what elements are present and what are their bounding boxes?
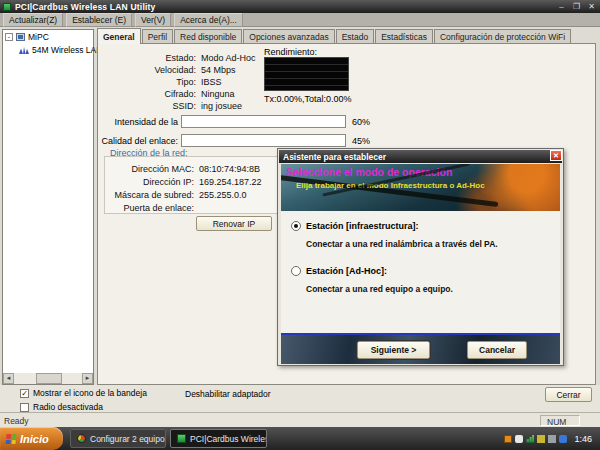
- tray-updates-icon[interactable]: [504, 435, 512, 443]
- estado-value: Modo Ad-Hoc: [201, 53, 256, 63]
- estado-label: Estado:: [98, 53, 196, 63]
- checkbox-unchecked-icon[interactable]: [20, 403, 29, 412]
- dialog-footer: Siguiente > Cancelar: [281, 333, 560, 364]
- dialog-title: Asistente para establecer: [279, 152, 386, 162]
- task1-label: Configurar 2 equipos ...: [90, 434, 166, 444]
- status-ready-text: Ready: [4, 416, 29, 426]
- adhoc-option-label: Estación [Ad-Hoc]:: [306, 266, 387, 276]
- subnet-value: 255.255.0.0: [199, 190, 247, 200]
- restore-button[interactable]: ❐: [570, 1, 583, 12]
- tab-proteccion-wifi[interactable]: Configuración de protección WiFi: [434, 29, 571, 44]
- tree-horizontal-scrollbar[interactable]: ◄ ►: [3, 373, 93, 384]
- task2-label: PCI|Cardbus Wireles...: [190, 434, 267, 444]
- link-quality-percent: 45%: [352, 136, 370, 146]
- scroll-left-icon[interactable]: ◄: [3, 373, 14, 384]
- subnet-label: Máscara de subred:: [98, 190, 194, 200]
- ssid-label: SSID:: [98, 101, 196, 111]
- start-button[interactable]: Inicio: [0, 427, 63, 450]
- tab-estado[interactable]: Estado: [336, 29, 374, 44]
- mac-value: 08:10:74:94:8B: [199, 164, 260, 174]
- radio-selected-icon[interactable]: [291, 221, 301, 231]
- app-titlebar: PCI|Cardbus Wireless LAN Utility – ❐ ✕: [0, 0, 600, 13]
- cifrado-label: Cifrado:: [98, 89, 196, 99]
- tab-general[interactable]: General: [97, 28, 141, 44]
- scroll-right-icon[interactable]: ►: [82, 373, 93, 384]
- tray-network-icon[interactable]: [559, 435, 567, 443]
- windows-logo-icon: [5, 434, 16, 444]
- tipo-label: Tipo:: [98, 77, 196, 87]
- dialog-body: Estación [infraestructura]: Conectar a u…: [281, 211, 560, 333]
- adhoc-option-desc: Conectar a una red equipo a equipo.: [306, 284, 453, 294]
- tree-expander-icon[interactable]: -: [5, 33, 13, 41]
- velocidad-value: 54 Mbps: [201, 65, 236, 75]
- link-quality-label: Calidad del enlace:: [98, 136, 178, 146]
- menu-ver[interactable]: Ver(V): [135, 13, 171, 27]
- tray-messenger-icon[interactable]: [515, 435, 523, 443]
- velocidad-label: Velocidad:: [98, 65, 196, 75]
- ip-label: Dirección IP:: [98, 177, 194, 187]
- tree-node-root[interactable]: - MiPC: [5, 32, 49, 42]
- start-button-label: Inicio: [20, 433, 49, 445]
- tray-signal-icon[interactable]: [526, 435, 534, 443]
- checkbox-checked-icon[interactable]: ✓: [20, 389, 29, 398]
- dialog-titlebar: Asistente para establecer: [279, 150, 562, 163]
- radio-off-checkbox-row[interactable]: Radio desactivada: [20, 402, 103, 412]
- link-quality-bar: [181, 134, 346, 147]
- dialog-close-button[interactable]: ✕: [550, 150, 562, 161]
- menu-bar: Actualizar(Z) Establecer (E) Ver(V) Acer…: [0, 13, 600, 27]
- close-window-button[interactable]: ✕: [585, 1, 598, 12]
- browser-icon: [77, 434, 86, 443]
- status-bar: Ready NUM: [0, 412, 600, 427]
- next-button[interactable]: Siguiente >: [357, 341, 430, 359]
- device-tree-panel: - MiPC 54M Wireless LAN Ne ◄ ►: [2, 29, 94, 385]
- menu-establecer[interactable]: Establecer (E): [66, 13, 132, 27]
- tray-icon-checkbox-row[interactable]: ✓ Mostrar el icono de la bandeja: [20, 388, 147, 398]
- cifrado-value: Ninguna: [201, 89, 235, 99]
- computer-icon: [16, 33, 25, 41]
- renew-ip-button[interactable]: Renovar IP: [196, 216, 272, 231]
- mac-label: Dirección MAC:: [98, 164, 194, 174]
- menu-acerca-de[interactable]: Acerca de(A)...: [174, 13, 243, 27]
- tab-red-disponible[interactable]: Red disponible: [174, 29, 242, 44]
- cancel-button[interactable]: Cancelar: [467, 341, 527, 359]
- signal-strength-label: Intensidad de la: [98, 117, 178, 127]
- gateway-label: Puerta de enlace:: [98, 203, 194, 213]
- signal-strength-bar: [181, 115, 346, 128]
- minimize-button[interactable]: –: [555, 1, 568, 12]
- tab-perfil[interactable]: Perfil: [142, 29, 173, 44]
- menu-actualizar[interactable]: Actualizar(Z): [3, 13, 63, 27]
- radio-checkbox-label: Radio desactivada: [33, 402, 103, 412]
- infrastructure-option-desc: Conectar a una red inalámbrica a través …: [306, 239, 498, 249]
- tab-opciones-avanzadas[interactable]: Opciones avanzadas: [243, 29, 334, 44]
- cerrar-button[interactable]: Cerrar: [545, 387, 592, 402]
- scroll-track[interactable]: [14, 373, 82, 384]
- tray-checkbox-label: Mostrar el icono de la bandeja: [33, 388, 147, 398]
- wireless-adapter-icon: [19, 46, 29, 54]
- tab-strip: General Perfil Red disponible Opciones a…: [97, 29, 572, 44]
- infrastructure-option[interactable]: Estación [infraestructura]:: [291, 221, 419, 231]
- dialog-banner-title: Seleccione el modo de operación: [286, 166, 452, 178]
- disable-adapter-label[interactable]: Deshabilitar adaptador: [185, 389, 271, 399]
- scroll-thumb[interactable]: [36, 373, 62, 384]
- signal-strength-percent: 60%: [352, 117, 370, 127]
- wlan-utility-icon: [177, 434, 186, 443]
- tipo-value: IBSS: [201, 77, 222, 87]
- desktop: PCI|Cardbus Wireless LAN Utility – ❐ ✕ A…: [0, 0, 600, 450]
- app-icon: [3, 3, 11, 11]
- adhoc-option[interactable]: Estación [Ad-Hoc]:: [291, 266, 387, 276]
- dialog-banner-subtitle: Elija trabajar en el modo Infraestructur…: [296, 181, 485, 190]
- bottom-strip: ✓ Mostrar el icono de la bandeja Radio d…: [0, 385, 600, 412]
- throughput-stats: Tx:0.00%,Total:0.00%: [264, 94, 352, 104]
- dialog-banner-image: Seleccione el modo de operación Elija tr…: [281, 164, 560, 211]
- ip-value: 169.254.187.22: [199, 177, 262, 187]
- tray-display-icon[interactable]: [548, 435, 556, 443]
- taskbar-task-configurar[interactable]: Configurar 2 equipos ...: [70, 429, 166, 448]
- radio-unselected-icon[interactable]: [291, 266, 301, 276]
- tray-volume-icon[interactable]: [537, 435, 545, 443]
- system-tray: 1:46: [504, 427, 600, 450]
- taskbar-task-pcicardbus[interactable]: PCI|Cardbus Wireles...: [170, 429, 267, 448]
- tab-estadisticas[interactable]: Estadísticas: [375, 29, 433, 44]
- rendimiento-label: Rendimiento:: [264, 47, 317, 57]
- network-section-label: Dirección de la red:: [110, 148, 188, 158]
- status-num-indicator: NUM: [540, 415, 580, 426]
